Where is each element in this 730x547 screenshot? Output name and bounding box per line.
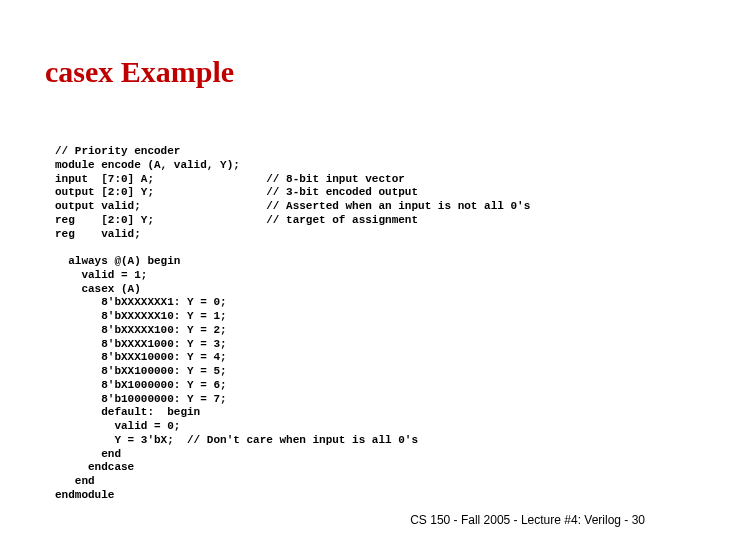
code-block: // Priority encoder module encode (A, va…	[55, 145, 530, 503]
slide-footer: CS 150 - Fall 2005 - Lecture #4: Verilog…	[410, 513, 645, 527]
slide-title: casex Example	[45, 55, 234, 89]
